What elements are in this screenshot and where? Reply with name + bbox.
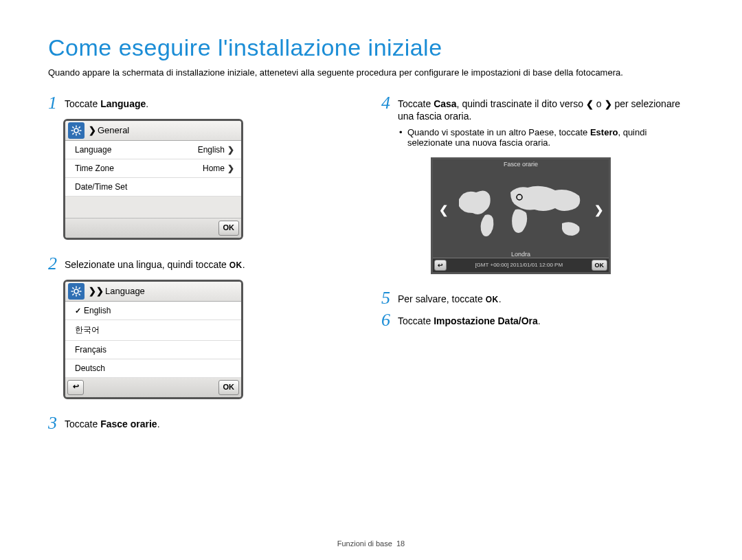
settings-row-language: Language English❯ [65, 141, 241, 159]
svg-line-16 [72, 293, 74, 295]
intro-paragraph: Quando appare la schermata di installazi… [48, 67, 694, 79]
svg-line-15 [79, 293, 80, 295]
page-title: Come eseguire l'installazione iniziale [48, 34, 694, 61]
svg-line-5 [72, 126, 74, 128]
chevron-right-icon: ❯ [227, 164, 234, 173]
screenshot-general: ❯ General Language English❯ Time Zone Ho… [63, 119, 243, 240]
step-number: 5 [381, 289, 398, 307]
step-number: 4 [381, 94, 398, 112]
svg-line-14 [72, 287, 74, 289]
gear-icon [68, 122, 85, 139]
chevron-right-icon: ❯ [605, 99, 612, 109]
settings-row-timezone: Time Zone Home❯ [65, 159, 241, 178]
language-option-deutsch: Deutsch [65, 359, 241, 378]
chevron-double-icon: ❯❯ [89, 286, 104, 296]
step-text: Toccate Language. [65, 94, 148, 110]
chevron-right-icon: ❯ [227, 145, 234, 155]
map-title: Fasce orarie [433, 159, 609, 169]
step-number: 3 [48, 414, 65, 432]
ok-icon: OK [229, 260, 243, 270]
step-bullet: Quando vi spostate in un altro Paese, to… [407, 127, 694, 148]
gear-icon [68, 283, 85, 300]
ok-button: OK [592, 260, 608, 271]
back-button: ↩ [67, 380, 84, 395]
map-gmt-label: [GMT +00:00] 2011/01/01 12:00 PM [448, 260, 590, 269]
back-button: ↩ [434, 260, 447, 271]
ok-button: OK [218, 380, 240, 395]
step-text: Selezionate una lingua, quindi toccate O… [65, 255, 245, 271]
step-number: 1 [48, 94, 65, 112]
screenshot-timezone-map: Fasce orarie ❮ [431, 157, 611, 274]
svg-line-6 [79, 133, 80, 134]
screenshot-header-label: General [98, 125, 129, 135]
step-text: Toccate Fasce orarie. [65, 414, 160, 430]
step-number: 6 [381, 311, 398, 329]
chevron-right-icon: ❯ [89, 125, 96, 135]
language-option-english: English [65, 302, 241, 320]
chevron-left-icon: ❮ [586, 99, 594, 109]
step-text: Per salvare, toccate OK. [398, 289, 502, 306]
language-option-korean: 한국어 [65, 320, 241, 341]
screenshot-language: ❯❯ Language English 한국어 Français Deutsch… [63, 280, 243, 399]
ok-button: OK [218, 221, 240, 236]
svg-line-8 [79, 126, 80, 128]
back-icon: ↩ [73, 382, 79, 390]
settings-row-datetime: Date/Time Set [65, 178, 241, 197]
map-city-label: Londra [433, 251, 609, 258]
svg-line-7 [72, 133, 74, 134]
step-text: Toccate Casa, quindi trascinate il dito … [398, 94, 694, 123]
ok-icon: OK [486, 295, 499, 304]
language-option-francais: Français [65, 341, 241, 359]
chevron-left-icon: ❮ [437, 203, 449, 216]
page-footer: Funzioni di base 18 [0, 539, 742, 548]
world-map-icon [449, 175, 592, 244]
screenshot-header-label: Language [105, 286, 145, 296]
svg-line-17 [79, 287, 80, 289]
back-icon: ↩ [438, 262, 443, 269]
step-text: Toccate Impostazione Data/Ora. [398, 311, 541, 327]
chevron-right-icon: ❯ [592, 203, 605, 216]
svg-point-9 [74, 289, 78, 293]
svg-point-0 [74, 128, 78, 133]
step-number: 2 [48, 255, 65, 273]
